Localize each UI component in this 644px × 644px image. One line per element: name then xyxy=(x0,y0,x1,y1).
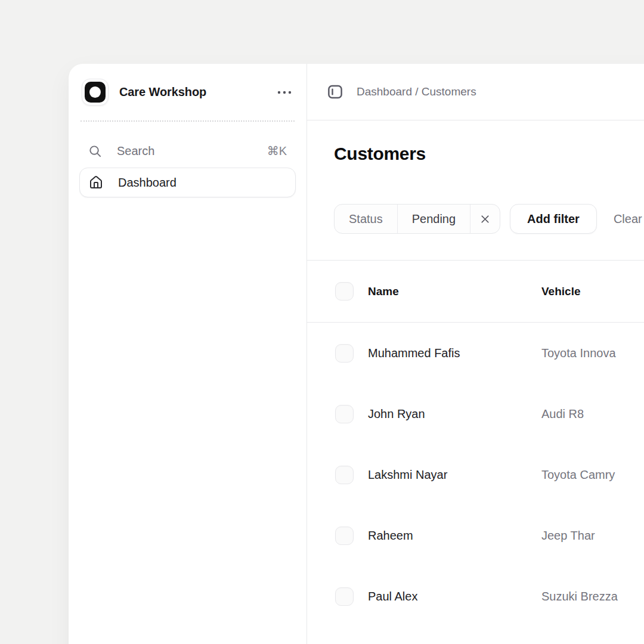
ellipsis-icon xyxy=(277,90,292,95)
filter-bar: Status Pending Add filter Clear xyxy=(334,204,644,234)
workspace-logo-dot xyxy=(89,86,101,98)
app-card: Care Workshop Search ⌘K xyxy=(69,64,644,644)
panel-left-icon xyxy=(326,83,344,101)
sidebar-toggle-button[interactable] xyxy=(326,83,344,101)
clear-filters-button[interactable]: Clear xyxy=(614,212,642,226)
close-icon xyxy=(479,213,491,225)
workspace-logo xyxy=(82,79,109,106)
sidebar-header: Care Workshop xyxy=(69,64,306,120)
table-body: Muhammed Fafis Toyota Innova John Ryan A… xyxy=(307,323,644,627)
cell-name: Muhammed Fafis xyxy=(368,346,541,360)
page-title: Customers xyxy=(334,143,644,165)
breadcrumb[interactable]: Dashboard / Customers xyxy=(357,85,476,98)
row-checkbox[interactable] xyxy=(335,527,354,545)
sidebar-item-dashboard[interactable]: Dashboard xyxy=(79,168,296,197)
search-icon xyxy=(88,144,102,158)
house-icon xyxy=(89,175,103,190)
cell-vehicle: Toyota Camry xyxy=(541,468,644,482)
select-all-checkbox[interactable] xyxy=(335,282,354,301)
table-header-row: Name Vehicle xyxy=(307,260,644,323)
filter-chip-status: Status Pending xyxy=(334,204,500,234)
cell-name: Paul Alex xyxy=(368,590,541,603)
cell-name: Raheem xyxy=(368,529,541,543)
page-head: Customers Status Pending Add filter Clea… xyxy=(307,120,644,234)
column-header-name: Name xyxy=(368,285,541,298)
table-row[interactable]: Lakshmi Nayar Toyota Camry xyxy=(307,444,644,505)
cell-vehicle: Toyota Innova xyxy=(541,346,644,360)
workspace-menu-button[interactable] xyxy=(275,83,293,101)
customers-table: Name Vehicle Muhammed Fafis Toyota Innov… xyxy=(307,260,644,627)
sidebar-nav: Search ⌘K Dashboard xyxy=(69,122,306,197)
row-checkbox[interactable] xyxy=(335,344,354,363)
cell-vehicle: Audi R8 xyxy=(541,407,644,421)
table-row[interactable]: Paul Alex Suzuki Brezza xyxy=(307,566,644,627)
workspace-switcher[interactable]: Care Workshop xyxy=(82,79,206,106)
row-checkbox[interactable] xyxy=(335,466,354,484)
cell-vehicle: Suzuki Brezza xyxy=(541,590,644,603)
search-label: Search xyxy=(117,144,154,158)
row-checkbox[interactable] xyxy=(335,405,354,423)
table-row[interactable]: Muhammed Fafis Toyota Innova xyxy=(307,323,644,383)
column-header-vehicle: Vehicle xyxy=(541,285,644,298)
sidebar-item-label: Dashboard xyxy=(118,176,177,190)
main-area: Dashboard / Customers Customers Status P… xyxy=(307,64,644,644)
search-input[interactable]: Search ⌘K xyxy=(79,136,296,166)
filter-remove-button[interactable] xyxy=(470,205,500,233)
row-checkbox[interactable] xyxy=(335,587,354,606)
cell-name: Lakshmi Nayar xyxy=(368,468,541,482)
cell-name: John Ryan xyxy=(368,407,541,421)
main-header: Dashboard / Customers xyxy=(307,64,644,120)
filter-value-button[interactable]: Pending xyxy=(397,205,470,233)
add-filter-button[interactable]: Add filter xyxy=(510,204,597,234)
sidebar: Care Workshop Search ⌘K xyxy=(69,64,307,644)
search-shortcut: ⌘K xyxy=(267,144,287,158)
filter-field-button[interactable]: Status xyxy=(335,205,397,233)
workspace-logo-mark xyxy=(85,82,106,103)
table-row[interactable]: Raheem Jeep Thar xyxy=(307,505,644,566)
workspace-name: Care Workshop xyxy=(119,85,206,99)
cell-vehicle: Jeep Thar xyxy=(541,529,644,543)
table-row[interactable]: John Ryan Audi R8 xyxy=(307,383,644,444)
